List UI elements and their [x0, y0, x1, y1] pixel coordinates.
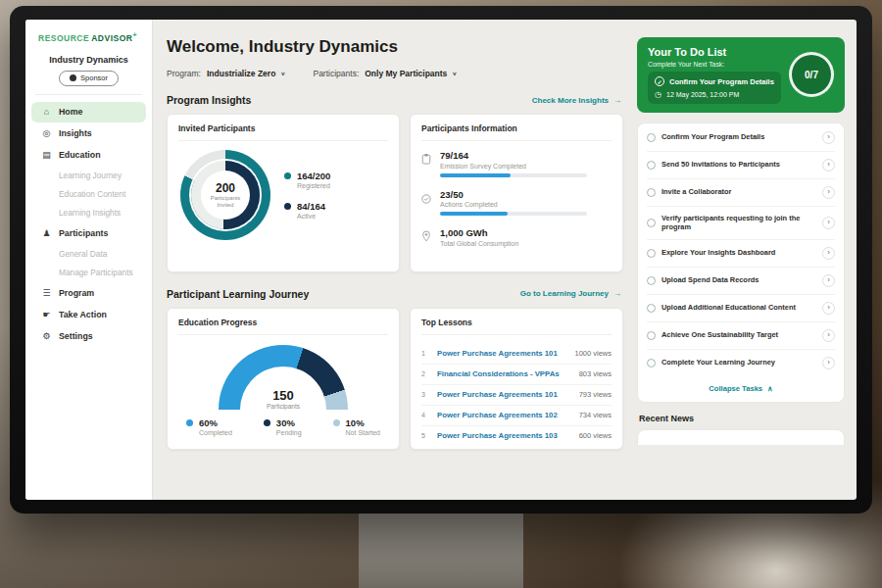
progress-fill — [440, 173, 511, 177]
stat-label: Total Global Consumption — [440, 240, 518, 247]
sidebar-item-general-data[interactable]: General Data — [31, 245, 146, 264]
legend-item-active: 84/164 Active — [284, 201, 330, 220]
legend-value: 84/164 — [297, 201, 325, 212]
task-checkbox[interactable] — [647, 276, 656, 285]
insights-icon: ◎ — [41, 128, 52, 138]
legend-label: Registered — [297, 182, 330, 189]
task-label: Explore Your Insights Dashboard — [662, 248, 816, 258]
todo-task-row[interactable]: Complete Your Learning Journey › — [647, 350, 835, 376]
sidebar-item-education[interactable]: ▤ Education — [31, 145, 146, 166]
donut-legend: 164/200 Registered 84/164 Active — [284, 171, 330, 220]
task-label: Upload Additional Educational Content — [662, 303, 816, 313]
sidebar-divider — [35, 94, 142, 95]
task-checkbox[interactable] — [647, 304, 656, 313]
chevron-right-icon[interactable]: › — [822, 131, 835, 144]
sidebar-item-take-action[interactable]: ☛ Take Action — [31, 305, 146, 325]
invited-participants-donut-chart: 200 Participants Invited — [180, 150, 270, 240]
lesson-row: 1 Power Purchase Agreements 101 1000 vie… — [421, 344, 612, 365]
legend-dot-registered — [284, 172, 291, 179]
program-icon: ☰ — [41, 288, 52, 298]
task-label: Send 50 Invitations to Participants — [662, 160, 816, 170]
progress-track — [440, 173, 587, 177]
lesson-link[interactable]: Power Purchase Agreements 101 — [437, 349, 566, 358]
sidebar-item-settings[interactable]: ⚙ Settings — [31, 326, 146, 347]
lesson-row: 5 Power Purchase Agreements 103 600 view… — [421, 426, 612, 446]
todo-task-row[interactable]: Send 50 Invitations to Participants › — [647, 152, 835, 179]
sidebar-item-program[interactable]: ☰ Program — [31, 283, 146, 304]
sidebar-item-participants[interactable]: ♟ Participants — [31, 223, 146, 244]
sidebar-item-label: Participants — [59, 228, 108, 238]
chevron-right-icon[interactable]: › — [822, 302, 835, 315]
task-checkbox[interactable] — [647, 219, 656, 227]
donut-center-value: 200 — [216, 181, 235, 195]
todo-task-row[interactable]: Invite a Collaborator › — [647, 179, 835, 207]
participants-icon: ♟ — [41, 228, 52, 238]
chevron-right-icon[interactable]: › — [822, 329, 835, 342]
todo-task-row[interactable]: Achieve One Sustainability Target › — [647, 322, 835, 350]
legend-value: 30% — [276, 417, 302, 428]
gauge-legend: 60% Completed 30% Pending — [178, 417, 388, 436]
chevron-right-icon[interactable]: › — [822, 186, 835, 199]
sidebar-item-label: Settings — [59, 331, 93, 341]
chevron-up-icon: ∧ — [767, 384, 773, 393]
program-select[interactable]: Industrialize Zero ∨ — [207, 69, 286, 78]
settings-gear-icon: ⚙ — [41, 331, 52, 341]
participants-select[interactable]: Only My Participants ∨ — [365, 69, 457, 78]
chevron-right-icon[interactable]: › — [822, 159, 835, 172]
chevron-right-icon[interactable]: › — [822, 274, 835, 287]
sponsor-badge[interactable]: Sponsor — [59, 71, 119, 86]
todo-task-row[interactable]: Upload Additional Educational Content › — [647, 295, 835, 322]
task-checkbox[interactable] — [647, 331, 656, 340]
section-title-program-insights: Program Insights — [167, 94, 251, 106]
sidebar-item-home[interactable]: ⌂ Home — [31, 102, 146, 122]
todo-task-row[interactable]: Explore Your Insights Dashboard › — [647, 240, 835, 268]
lesson-rank: 5 — [421, 432, 429, 439]
task-checkbox[interactable] — [647, 188, 656, 197]
chevron-down-icon: ∨ — [280, 71, 285, 76]
participants-filter: Participants: Only My Participants ∨ — [313, 69, 457, 78]
app-logo: RESOURCEADVISOR+ — [25, 31, 152, 43]
sidebar-item-education-content[interactable]: Education Content — [31, 185, 146, 204]
card-title: Participants Information — [421, 123, 612, 141]
chevron-right-icon[interactable]: › — [822, 217, 835, 229]
sidebar: RESOURCEADVISOR+ Industry Dynamics Spons… — [25, 20, 153, 500]
education-progress-gauge-chart: 150 Participants — [219, 345, 348, 410]
lesson-link[interactable]: Power Purchase Agreements 102 — [437, 411, 571, 419]
chevron-right-icon[interactable]: › — [822, 247, 835, 260]
page-title: Welcome, Industry Dynamics — [167, 37, 623, 57]
todo-progress-value: 0/7 — [805, 70, 818, 80]
task-checkbox[interactable] — [647, 161, 656, 170]
collapse-tasks-link[interactable]: Collapse Tasks ∧ — [647, 376, 835, 401]
task-label: Achieve One Sustainability Target — [662, 330, 816, 340]
sidebar-item-label: Education — [59, 150, 101, 160]
todo-task-row[interactable]: Verify participants requesting to join t… — [647, 207, 835, 240]
sidebar-item-learning-journey[interactable]: Learning Journey — [31, 167, 146, 185]
task-checkbox[interactable] — [647, 133, 656, 142]
lesson-link[interactable]: Power Purchase Agreements 101 — [437, 390, 571, 399]
legend-item-not-started: 10% Not Started — [333, 417, 380, 436]
task-label: Confirm Your Program Details — [662, 132, 816, 142]
task-label: Upload Spend Data Records — [662, 275, 816, 285]
location-pin-icon — [421, 228, 432, 251]
task-checkbox[interactable] — [647, 359, 656, 368]
sidebar-item-learning-insights[interactable]: Learning Insights — [31, 204, 146, 222]
chevron-right-icon[interactable]: › — [822, 357, 835, 369]
go-to-learning-journey-link[interactable]: Go to Learning Journey → — [520, 289, 621, 298]
sidebar-item-manage-participants[interactable]: Manage Participants — [31, 264, 146, 282]
todo-title: Your To Do List — [648, 46, 781, 58]
arrow-right-icon: → — [613, 289, 621, 298]
check-more-insights-link[interactable]: Check More Insights → — [532, 96, 621, 105]
lesson-link[interactable]: Power Purchase Agreements 103 — [437, 431, 571, 440]
lesson-link[interactable]: Financial Considerations - VPPAs — [437, 369, 571, 378]
sidebar-item-insights[interactable]: ◎ Insights — [31, 123, 146, 144]
task-checkbox[interactable] — [647, 249, 656, 258]
lesson-views: 793 views — [579, 390, 612, 399]
todo-task-row[interactable]: Confirm Your Program Details › — [647, 124, 835, 152]
todo-next-task[interactable]: ✓ Confirm Your Program Details ◷ 12 May … — [648, 72, 781, 104]
program-filter: Program: Industrialize Zero ∨ — [167, 69, 285, 78]
link-label: Check More Insights — [532, 96, 609, 105]
logo-plus: + — [132, 31, 137, 38]
todo-task-row[interactable]: Upload Spend Data Records › — [647, 268, 835, 295]
todo-subtitle: Complete Your Next Task: — [648, 61, 781, 68]
card-title: Top Lessons — [421, 318, 612, 335]
